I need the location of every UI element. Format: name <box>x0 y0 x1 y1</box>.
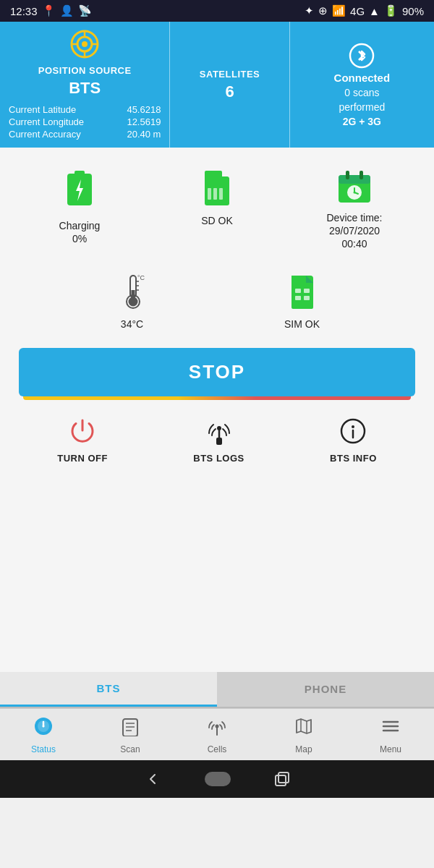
charging-item: Charging0% <box>14 162 145 258</box>
svg-rect-14 <box>219 188 223 200</box>
svg-point-26 <box>128 297 137 306</box>
bluetooth-icon <box>349 43 375 69</box>
lat-label: Current Latitude <box>9 104 76 115</box>
gps-info-rows: Current Latitude 45.6218 Current Longitu… <box>9 103 161 140</box>
tab-phone[interactable]: PHONE <box>217 672 434 707</box>
nav-cells[interactable]: Cells <box>174 709 260 760</box>
charging-label: Charging0% <box>59 219 101 245</box>
map-nav-icon <box>294 716 314 741</box>
svg-rect-9 <box>75 171 85 175</box>
svg-rect-36 <box>216 438 222 445</box>
bottom-nav: Status Scan Cells <box>0 708 434 760</box>
signal-icon: 📶 <box>332 4 346 17</box>
nav-menu[interactable]: Menu <box>347 709 434 760</box>
position-label: POSITION SOURCE <box>38 65 132 76</box>
svg-rect-56 <box>278 773 289 783</box>
svg-text:°C: °C <box>137 274 145 281</box>
acc-value: 20.40 m <box>127 129 161 140</box>
stop-button-bar <box>23 396 411 400</box>
satellites-value: 6 <box>225 82 234 101</box>
sim-label: SIM OK <box>284 318 320 331</box>
longitude-row: Current Longitude 12.5619 <box>9 116 161 128</box>
svg-rect-34 <box>295 296 301 300</box>
accuracy-row: Current Accuracy 20.40 m <box>9 128 161 140</box>
charging-icon <box>64 169 95 215</box>
back-button[interactable] <box>144 770 161 788</box>
gps-icon: ⊕ <box>318 4 328 17</box>
turn-off-icon <box>69 417 96 448</box>
device-time-label: Device time: 29/07/2020 00:40 <box>326 211 382 251</box>
nav-map[interactable]: Map <box>260 709 347 760</box>
svg-rect-16 <box>339 175 370 184</box>
bts-logs-button[interactable]: BTS LOGS <box>182 412 255 469</box>
temp-label: 34°C <box>121 318 143 331</box>
svg-point-22 <box>354 192 356 194</box>
sim-item: SIM OK <box>221 265 383 338</box>
mode-tabs: BTS PHONE <box>0 672 434 708</box>
time-display: 12:33 <box>10 5 38 17</box>
status-grid-row2: °C 34°C SIM OK <box>14 265 420 338</box>
turn-off-label: TURN OFF <box>57 453 108 464</box>
scan-nav-label: Scan <box>120 744 140 754</box>
person-icon: 👤 <box>60 4 74 17</box>
connected-section: Connected 0 scans performed 2G + 3G <box>290 22 434 148</box>
satellites-label: SATELLITES <box>200 69 260 80</box>
status-bar-right: ✦ ⊕ 📶 4G ▲ 🔋 90% <box>305 4 424 17</box>
svg-point-39 <box>352 425 354 428</box>
recents-button[interactable] <box>274 771 290 787</box>
svg-rect-13 <box>213 188 217 200</box>
network-label: 2G + 3G <box>343 116 381 127</box>
position-source-section: POSITION SOURCE BTS Current Latitude 45.… <box>0 22 170 148</box>
connected-label: Connected <box>334 72 391 84</box>
sd-label: SD OK <box>201 214 233 227</box>
position-value: BTS <box>69 79 101 98</box>
status-bar-left: 12:33 📍 👤 📡 <box>10 4 92 17</box>
bts-info-icon <box>339 417 367 448</box>
performed-label: performed <box>339 101 385 113</box>
bts-info-button[interactable]: BTS INFO <box>318 412 388 469</box>
lat-value: 45.6218 <box>127 104 161 115</box>
svg-rect-32 <box>295 289 301 293</box>
tab-bts[interactable]: BTS <box>0 672 217 707</box>
svg-rect-55 <box>276 775 286 786</box>
battery-percent: 90% <box>402 5 424 17</box>
status-bar: 12:33 📍 👤 📡 ✦ ⊕ 📶 4G ▲ 🔋 90% <box>0 0 434 22</box>
nav-status[interactable]: Status <box>0 709 87 760</box>
svg-rect-45 <box>123 719 137 736</box>
svg-rect-12 <box>208 188 211 200</box>
bts-logs-label: BTS LOGS <box>193 453 244 464</box>
system-nav-bar <box>0 760 434 798</box>
battery-icon: 🔋 <box>384 4 398 17</box>
lon-value: 12.5619 <box>127 116 161 127</box>
location-icon: 📍 <box>42 4 56 17</box>
device-time-icon <box>337 169 372 207</box>
turn-off-button[interactable]: TURN OFF <box>46 412 119 469</box>
action-buttons-row: TURN OFF BTS LOGS <box>14 412 420 469</box>
svg-rect-33 <box>304 289 310 293</box>
temperature-item: °C 34°C <box>51 265 213 338</box>
status-grid-row1: Charging0% SD OK <box>14 162 420 258</box>
satellites-section: SATELLITES 6 <box>170 22 289 148</box>
acc-label: Current Accuracy <box>9 129 81 140</box>
map-nav-label: Map <box>295 744 312 754</box>
signal-bars-icon: ▲ <box>369 5 380 17</box>
svg-point-37 <box>217 426 221 430</box>
top-info-bar: POSITION SOURCE BTS Current Latitude 45.… <box>0 22 434 148</box>
network-type: 4G <box>350 5 365 17</box>
scan-nav-icon <box>120 716 140 741</box>
lon-label: Current Longitude <box>9 116 84 127</box>
status-nav-label: Status <box>31 744 56 754</box>
svg-point-2 <box>82 41 88 47</box>
wifi-circle-icon: 📡 <box>78 4 92 17</box>
empty-space <box>0 484 434 672</box>
position-source-icon <box>69 29 100 59</box>
svg-rect-17 <box>346 171 349 179</box>
stop-button[interactable]: STOP <box>19 348 415 396</box>
status-nav-icon <box>33 716 54 741</box>
nav-scan[interactable]: Scan <box>87 709 174 760</box>
sd-item: SD OK <box>152 162 282 258</box>
cells-nav-label: Cells <box>208 744 227 754</box>
bts-logs-icon <box>205 417 233 448</box>
bts-info-label: BTS INFO <box>330 453 377 464</box>
home-button[interactable] <box>205 772 231 786</box>
